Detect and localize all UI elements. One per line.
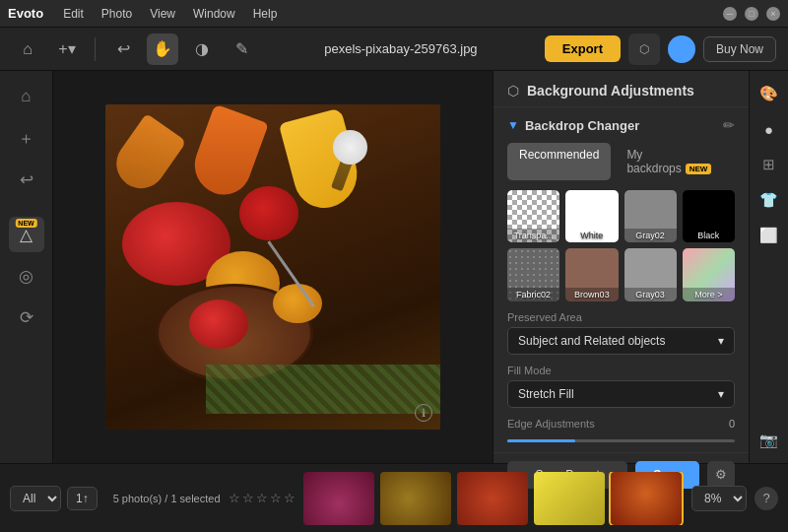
backdrop-brown03[interactable]: Brown03 [565,248,618,300]
app-logo: Evoto [8,6,43,21]
backdrop-tabs: Recommended My backdropsNEW [507,143,735,180]
panel-title: Background Adjustments [527,83,694,99]
backdrop-black[interactable]: Black [683,190,735,242]
red-tomato [239,186,298,240]
undo-button[interactable]: ↩ [107,33,139,65]
menu-photo[interactable]: Photo [94,5,140,23]
backdrop-thumb-black: Black [683,190,735,242]
zoom-select[interactable]: 8% [691,486,747,511]
menu-window[interactable]: Window [185,5,243,23]
window-controls: ─ □ × [723,7,780,21]
share-button[interactable]: ⬡ [628,33,660,65]
panel-icon: ⬡ [507,83,519,99]
star-5[interactable]: ☆ [284,491,296,505]
rs-tshirt-icon[interactable]: 👕 [755,185,784,215]
canvas-area: ℹ [53,71,492,463]
minimize-button[interactable]: ─ [723,7,737,21]
title-bar: Evoto Edit Photo View Window Help ─ □ × [0,0,788,28]
rs-circle-icon[interactable]: ● [755,114,784,144]
hand-tool-button[interactable]: ✋ [147,33,178,65]
section-header[interactable]: ▼ Backdrop Changer ✏ [507,117,735,133]
thumbnails [303,472,684,525]
backdrop-thumb-white: White [565,190,618,242]
help-button[interactable]: ? [755,487,778,510]
bowl-tomato [189,299,248,349]
menu-edit[interactable]: Edit [55,5,92,23]
section-title: Backdrop Changer [525,118,717,133]
backdrop-more[interactable]: More > [683,248,735,300]
filter-select[interactable]: All [10,486,61,511]
backdrop-transparent[interactable]: Transpa... [507,190,559,242]
rs-box-icon[interactable]: ⬜ [755,221,784,250]
backdrop-gray03[interactable]: Gray03 [624,248,677,300]
star-4[interactable]: ☆ [270,491,282,505]
backdrop-grid: Transpa... White Gray02 [507,190,735,301]
backdrop-thumb-more: More > [683,248,735,300]
toolbar-right-section: ⬡ Buy Now [628,33,776,65]
edge-adjustments-slider[interactable] [507,439,735,442]
left-sidebar: ⌂ ＋ ↩ NEW △ ◎ ⟳ [0,71,53,463]
star-rating[interactable]: ☆ ☆ ☆ ☆ ☆ [229,491,296,505]
backdrop-thumb-brown03: Brown03 [565,248,618,300]
green-cloth [206,365,440,414]
sidebar-new-feature-icon[interactable]: NEW △ [9,217,44,252]
sidebar-home-icon[interactable]: ⌂ [9,79,44,114]
canvas-image: ℹ [105,104,440,430]
star-2[interactable]: ☆ [242,491,254,505]
menu-help[interactable]: Help [245,5,286,23]
fill-mode-group: Fill Mode Stretch Fill ▾ [507,365,735,408]
tab-recommended[interactable]: Recommended [507,143,611,180]
fill-mode-label: Fill Mode [507,365,735,376]
slider-fill [507,439,575,442]
preserved-area-label: Preserved Area [507,311,735,323]
close-button[interactable]: × [766,7,780,21]
backdrop-thumb-gray02: Gray02 [624,190,677,242]
thumbnail-1[interactable] [303,472,374,525]
buy-now-button[interactable]: Buy Now [703,36,776,62]
backdrop-label-transparent: Transpa... [507,229,559,242]
tab-my-backdrops[interactable]: My backdropsNEW [615,143,735,180]
thumbnail-5[interactable] [611,472,682,525]
rs-grid-icon[interactable]: ⊞ [755,150,784,179]
preserved-area-group: Preserved Area Subject and Related objec… [507,311,735,355]
panel-header: ⬡ Background Adjustments [493,71,749,107]
chevron-down-icon-2: ▾ [718,387,724,401]
backdrop-label-more: More > [683,288,735,301]
edge-adjustments-value: 0 [729,418,735,430]
sidebar-add-icon[interactable]: ＋ [9,120,44,156]
rs-camera-icon[interactable]: 📷 [755,426,784,455]
sidebar-circular-icon[interactable]: ◎ [9,258,44,294]
right-panel: ⬡ Background Adjustments ▼ Backdrop Chan… [492,71,749,463]
panel-section: ▼ Backdrop Changer ✏ Recommended My back… [493,107,749,452]
settings-icon-button[interactable]: ⚙ [707,461,735,489]
add-button[interactable]: +▾ [51,33,83,65]
backdrop-thumb-transparent: Transpa... [507,190,559,242]
info-icon[interactable]: ℹ [415,404,432,422]
thumbnail-2[interactable] [380,472,451,525]
sort-button[interactable]: 1↑ [67,487,98,510]
sidebar-history-icon[interactable]: ⟳ [9,299,44,335]
export-button[interactable]: Export [545,35,621,62]
thumbnail-3[interactable] [457,472,528,525]
backdrop-label-white: White [565,229,618,242]
maximize-button[interactable]: □ [745,7,758,21]
preserved-area-select[interactable]: Subject and Related objects ▾ [507,327,735,355]
star-1[interactable]: ☆ [229,491,240,505]
bottom-controls: All 1↑ [10,486,98,511]
backdrop-white[interactable]: White [565,190,618,242]
thumbnail-4[interactable] [534,472,605,525]
mask-tool-button[interactable]: ◑ [186,33,218,65]
home-button[interactable]: ⌂ [12,33,43,65]
edit-icon[interactable]: ✏ [723,117,735,133]
star-3[interactable]: ☆ [256,491,268,505]
sidebar-undo-icon[interactable]: ↩ [9,162,44,197]
menu-view[interactable]: View [142,5,183,23]
backdrop-label-black: Black [683,229,735,242]
backdrop-label-fabric02: Fabric02 [507,288,559,301]
avatar[interactable] [668,35,695,63]
backdrop-fabric02[interactable]: Fabric02 [507,248,559,300]
fill-mode-select[interactable]: Stretch Fill ▾ [507,380,735,408]
backdrop-gray02[interactable]: Gray02 [624,190,677,242]
stamp-tool-button[interactable]: ✎ [226,33,257,65]
rs-palette-icon[interactable]: 🎨 [755,79,784,108]
